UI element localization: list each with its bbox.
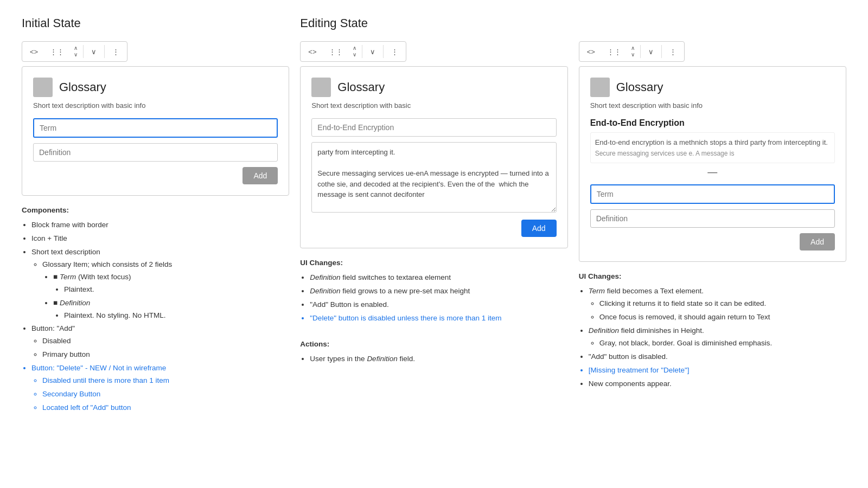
toolbar-more-btn[interactable]: ⋮: [107, 44, 125, 59]
note-item: Plaintext. No styling. No HTML.: [64, 310, 289, 322]
toolbar-code-btn[interactable]: <>: [303, 44, 322, 59]
column-initial: Initial State <> ⋮⋮ ∧ ∨ ∨ ⋮ Glossary Sho…: [16, 16, 295, 415]
note-item: Once focus is removed, it should again r…: [599, 311, 846, 324]
column-editing: Editing State <> ⋮⋮ ∧ ∨ ∨ ⋮ Glossary Sho…: [295, 16, 573, 415]
notes-label-display: UI Changes:: [579, 271, 846, 283]
notes-editing: UI Changes: Definition field switches to…: [300, 257, 567, 365]
note-sublist2: ■ Term (With text focus) Plaintext. ■ De…: [42, 271, 289, 322]
note-item-blue: "Delete" button is disabled unless there…: [310, 312, 567, 325]
toolbar-down-icon[interactable]: ∨: [74, 52, 78, 58]
note-item-blue: Located left of "Add" button: [42, 402, 289, 414]
toolbar-divider: [83, 45, 84, 58]
toolbar-chevron-btn[interactable]: ∨: [86, 44, 102, 59]
note-item: Disabled: [42, 335, 289, 348]
note-item-blue: Disabled until there is more than 1 item: [42, 375, 289, 387]
card-editing: Glossary Short text description with bas…: [300, 66, 567, 248]
page-layout: Initial State <> ⋮⋮ ∧ ∨ ∨ ⋮ Glossary Sho…: [16, 16, 852, 415]
toolbar-updown[interactable]: ∧ ∨: [628, 44, 638, 59]
notes-list-display: Term field becomes a Text element. Click…: [579, 285, 846, 390]
note-sublist3: Plaintext.: [53, 284, 289, 296]
toolbar-code-btn[interactable]: <>: [582, 44, 601, 59]
toolbar-down-icon[interactable]: ∨: [353, 52, 356, 58]
toolbar-divider2: [104, 45, 105, 58]
card-header-display: Glossary: [590, 78, 835, 97]
note-item: Gray, not black, border. Goal is diminis…: [599, 337, 846, 350]
add-btn-row-initial: Add: [33, 167, 278, 184]
term-input-initial[interactable]: [33, 118, 278, 138]
definition-display: End-to-end encryption is a methnich stop…: [590, 132, 835, 163]
glossary-icon-editing: [311, 78, 331, 97]
term-input-editing[interactable]: [311, 118, 556, 137]
add-btn-row-editing: Add: [311, 220, 556, 237]
add-btn-row-display: Add: [590, 233, 835, 251]
toolbar-up-icon[interactable]: ∧: [353, 45, 356, 52]
note-item: Icon + Title: [31, 233, 289, 245]
toolbar-updown[interactable]: ∧ ∨: [349, 44, 360, 59]
toolbar-more-btn[interactable]: ⋮: [664, 44, 682, 59]
notes-initial: Components: Block frame with border Icon…: [22, 204, 289, 414]
glossary-icon-display: [590, 78, 610, 97]
toolbar-editing: <> ⋮⋮ ∧ ∨ ∨ ⋮: [300, 41, 406, 62]
note-item: ■ Term (With text focus) Plaintext.: [53, 271, 289, 296]
toolbar-up-icon[interactable]: ∧: [74, 45, 78, 52]
card-initial: Glossary Short text description with bas…: [22, 66, 289, 196]
definition-input-display[interactable]: [590, 209, 835, 228]
toolbar-grid-btn[interactable]: ⋮⋮: [323, 44, 348, 59]
notes-display: UI Changes: Term field becomes a Text el…: [579, 271, 846, 390]
add-button-display[interactable]: Add: [800, 233, 835, 251]
toolbar-grid-btn[interactable]: ⋮⋮: [602, 44, 627, 59]
note-item: Term field becomes a Text element. Click…: [589, 285, 846, 324]
notes-list-editing: Definition field switches to textarea el…: [300, 272, 567, 325]
card-description-display: Short text description with basic info: [590, 101, 835, 110]
note-sublist: Glossary Item; which consists of 2 field…: [31, 259, 289, 322]
section-title-editing: Editing State: [300, 16, 567, 30]
toolbar-chevron-btn[interactable]: ∨: [365, 44, 381, 59]
toolbar-divider2: [661, 45, 662, 58]
note-sublist: Disabled until there is more than 1 item…: [31, 375, 289, 414]
definition-input-initial[interactable]: [33, 143, 278, 162]
add-button-initial[interactable]: Add: [242, 167, 278, 184]
card-description-initial: Short text description with basic info: [33, 101, 278, 110]
toolbar-more-btn[interactable]: ⋮: [386, 44, 404, 59]
notes-list-initial: Block frame with border Icon + Title Sho…: [22, 219, 289, 414]
actions-list-editing: User types in the Definition field.: [300, 353, 567, 365]
notes-label-initial: Components:: [22, 204, 289, 217]
card-header-editing: Glossary: [311, 78, 556, 97]
note-item: Definition field switches to textarea el…: [310, 272, 567, 284]
note-item: Clicking it returns it to field state so…: [599, 298, 846, 310]
card-title-initial: Glossary: [59, 80, 106, 94]
note-item: Glossary Item; which consists of 2 field…: [42, 259, 289, 322]
note-item: Primary button: [42, 349, 289, 361]
toolbar-initial: <> ⋮⋮ ∧ ∨ ∨ ⋮: [22, 41, 127, 62]
note-item: Definition field diminishes in Height. G…: [589, 325, 846, 350]
add-button-editing[interactable]: Add: [521, 220, 557, 237]
term-display[interactable]: End-to-End Encryption: [590, 118, 835, 128]
term-input-display[interactable]: [590, 184, 835, 204]
note-item: ■ Definition Plaintext. No styling. No H…: [53, 297, 289, 322]
note-item: Plaintext.: [64, 284, 289, 296]
note-sublist: Clicking it returns it to field state so…: [589, 298, 846, 324]
toolbar-chevron-btn[interactable]: ∨: [643, 44, 659, 59]
card-display: Glossary Short text description with bas…: [579, 66, 846, 262]
toolbar-grid-btn[interactable]: ⋮⋮: [44, 44, 69, 59]
toolbar-updown[interactable]: ∧ ∨: [71, 44, 81, 59]
card-description-editing: Short text description with basic: [311, 101, 556, 110]
note-item-blue: Button: "Delete" - NEW / Not in wirefram…: [31, 362, 289, 414]
action-item: User types in the Definition field.: [310, 353, 567, 365]
toolbar-divider2: [383, 45, 384, 58]
toolbar-down-icon[interactable]: ∨: [631, 52, 635, 58]
actions-label-editing: Actions:: [300, 338, 567, 351]
note-item: Short text description Glossary Item; wh…: [31, 246, 289, 322]
glossary-icon-initial: [33, 78, 53, 97]
toolbar-divider: [362, 45, 362, 58]
definition-textarea-editing[interactable]: party from intercepting it. Secure messa…: [311, 142, 556, 213]
note-item: "Add" button is disabled.: [589, 351, 846, 363]
toolbar-display: <> ⋮⋮ ∧ ∨ ∨ ⋮: [579, 41, 685, 62]
note-sublist: Gray, not black, border. Goal is diminis…: [589, 337, 846, 350]
card-header-initial: Glossary: [33, 78, 278, 97]
toolbar-code-btn[interactable]: <>: [24, 44, 43, 59]
toolbar-up-icon[interactable]: ∧: [631, 45, 635, 52]
column-display: Display State <> ⋮⋮ ∧ ∨ ∨ ⋮ Glossary Sho…: [573, 16, 852, 415]
note-item: Button: "Add" Disabled Primary button: [31, 323, 289, 361]
note-sublist: Disabled Primary button: [31, 335, 289, 361]
